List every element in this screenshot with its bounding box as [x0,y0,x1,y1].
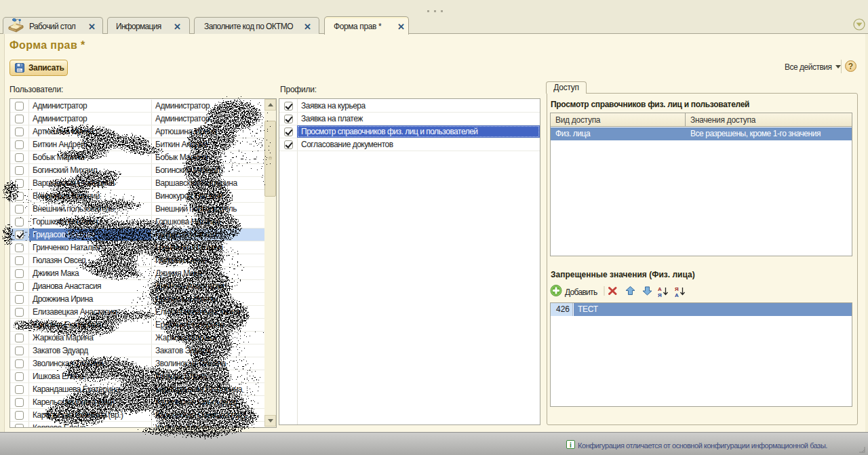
svg-text:Я: Я [658,292,662,298]
svg-text:А: А [675,292,679,298]
